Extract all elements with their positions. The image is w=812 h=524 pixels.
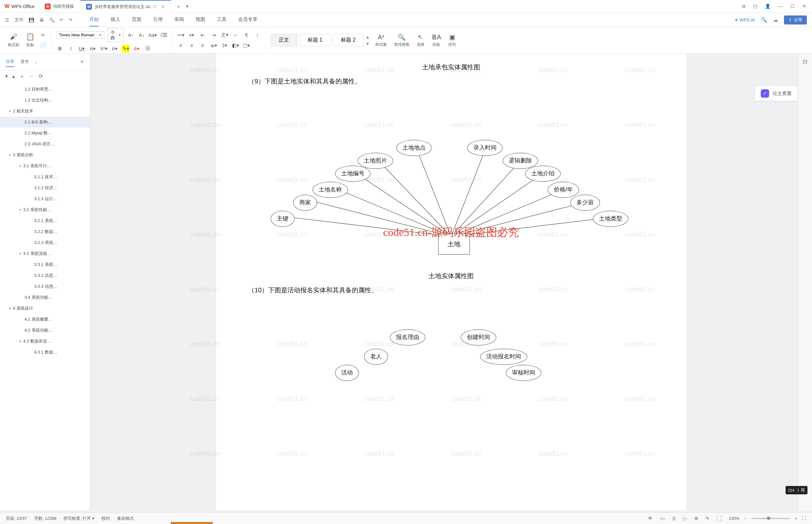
outline-item[interactable]: 4.1 系统概要…: [0, 314, 90, 325]
tab-pin-icon[interactable]: ⟳: [153, 4, 156, 9]
outline-item[interactable]: 3.2.1 系统…: [0, 215, 90, 226]
proof-status[interactable]: 校对: [101, 515, 110, 521]
italic-icon[interactable]: I: [67, 45, 75, 52]
outline-item[interactable]: 3.4 系统功能…: [0, 292, 90, 303]
fullscreen-icon[interactable]: ⛶: [802, 516, 806, 521]
zoom-out-icon[interactable]: －: [743, 515, 748, 521]
caret-icon[interactable]: ▾: [9, 307, 11, 311]
outline-item[interactable]: ▾4 系统设计: [0, 303, 90, 314]
outline-item[interactable]: 3.2.3 系统…: [0, 237, 90, 248]
decrease-font-icon[interactable]: A↓: [138, 31, 146, 39]
preview-icon[interactable]: 🔍: [49, 17, 54, 22]
format-painter-group[interactable]: 🖌 格式刷: [6, 33, 21, 48]
new-tab-button[interactable]: ＋: [171, 3, 186, 10]
outline-item[interactable]: ▾3.3 系统流程…: [0, 248, 90, 259]
wps-ai-button[interactable]: ✦ WPS AI: [734, 17, 755, 22]
select-button[interactable]: ↖选择: [417, 33, 424, 47]
hamburger-icon[interactable]: ☰: [5, 17, 9, 22]
zoom-slider[interactable]: [751, 518, 790, 519]
outline-item[interactable]: 1.3 论文结构…: [0, 95, 90, 106]
outline-item[interactable]: 4.3.1 数据…: [0, 347, 90, 358]
caret-icon[interactable]: ▾: [9, 153, 11, 157]
zoom-level[interactable]: 130%: [729, 516, 740, 521]
outline-down-icon[interactable]: ▾: [5, 73, 8, 80]
indent-icon[interactable]: ⇥: [210, 31, 217, 39]
outline-item[interactable]: 3.2.2 数据…: [0, 226, 90, 237]
align-right-icon[interactable]: ≡: [199, 42, 206, 49]
ime-indicator[interactable]: CH ☽ 简: [785, 486, 808, 494]
findrep-button[interactable]: 🔍查找替换: [394, 33, 410, 47]
outline-item[interactable]: ▾3 系统分析: [0, 149, 90, 161]
maximize-icon[interactable]: ☐: [791, 3, 795, 9]
underline-icon[interactable]: U▾: [78, 45, 86, 52]
outline-up-icon[interactable]: ▴: [12, 73, 15, 80]
strike-icon[interactable]: A▾: [89, 45, 97, 52]
ribbon-tab-page[interactable]: 页面: [132, 13, 142, 27]
plagiarism-check-button[interactable]: ✓ 论文查重: [755, 86, 798, 101]
outdent-icon[interactable]: ⇤: [199, 31, 206, 39]
caret-icon[interactable]: ▾: [9, 109, 11, 113]
outline-item[interactable]: ▾4.3 数据库设…: [0, 336, 90, 347]
outline-item[interactable]: ▾3.1 系统可行…: [0, 161, 90, 171]
eye-icon[interactable]: 👁: [648, 515, 653, 521]
highlight-icon[interactable]: ✎▾: [122, 45, 130, 52]
ribbon-tab-start[interactable]: 开始: [89, 13, 99, 27]
outline-item[interactable]: 3.3.2 信息…: [0, 270, 90, 281]
numbering-icon[interactable]: ≡▾: [188, 31, 196, 39]
caret-icon[interactable]: ▾: [19, 252, 21, 256]
arrange-button[interactable]: ≣A排版: [431, 33, 441, 47]
fit-width-icon[interactable]: ⛶: [717, 515, 722, 521]
outline-item[interactable]: 3.1.1 技术…: [0, 171, 90, 182]
caret-icon[interactable]: ▾: [19, 208, 21, 212]
tab-document[interactable]: W 乡村养老服务管理系统论文.do ⟳ ✕: [80, 0, 171, 13]
outline-item[interactable]: ▾3.2 系统性能…: [0, 204, 90, 215]
shading-icon[interactable]: ◧▾: [232, 42, 239, 49]
zoom-in-icon[interactable]: ＋: [794, 515, 798, 521]
window-expand-icon[interactable]: ⧉: [742, 3, 745, 9]
line-spacing-icon[interactable]: ‡▾: [221, 42, 229, 49]
superscript-icon[interactable]: X²▾: [100, 45, 107, 52]
clear-format-icon[interactable]: ⌫: [160, 31, 168, 39]
align-center-icon[interactable]: ≡: [188, 42, 196, 49]
outline-item[interactable]: 4.2 系统功能…: [0, 325, 90, 336]
justify-icon[interactable]: ≣▾: [210, 42, 217, 49]
document-canvas[interactable]: code51.cncode51.cncode51.cncode51.cncode…: [90, 53, 812, 510]
style-scroll-up-icon[interactable]: ▴: [366, 34, 369, 40]
ribbon-tab-view[interactable]: 视图: [196, 13, 205, 27]
redo-icon[interactable]: ↷: [69, 17, 72, 22]
text-effect-icon[interactable]: A▾: [111, 45, 119, 52]
file-menu[interactable]: 文件: [15, 17, 23, 23]
outline-item[interactable]: 2.2 Mysql 数…: [0, 128, 90, 138]
order-button[interactable]: ▣排列: [448, 33, 456, 47]
caret-icon[interactable]: ▾: [19, 164, 21, 168]
styles-button[interactable]: Aᵃ样式集: [376, 33, 387, 47]
copy-icon[interactable]: 📄: [39, 42, 47, 49]
tab-templates[interactable]: D 找稻壳模板: [39, 0, 80, 13]
web-layout-icon[interactable]: ⊕: [694, 515, 698, 521]
cut-icon[interactable]: ✂: [39, 31, 47, 39]
increase-font-icon[interactable]: A↑: [127, 31, 135, 39]
circled-char-icon[interactable]: Ⓐ: [144, 45, 151, 52]
font-name-select[interactable]: Times New Roman▾: [56, 31, 104, 39]
ribbon-tab-tools[interactable]: 工具: [217, 13, 227, 27]
change-case-icon[interactable]: Aa▾: [149, 31, 156, 39]
outline-add-icon[interactable]: ＋: [19, 73, 24, 80]
tab-menu-caret-icon[interactable]: ▾: [186, 3, 188, 9]
save-icon[interactable]: 💾: [29, 17, 34, 22]
align-left-icon[interactable]: ≡: [177, 42, 185, 49]
annotate-icon[interactable]: ✎: [705, 515, 710, 521]
outline-list[interactable]: 1.2 目的和意…1.3 论文结构…▾2 相关技术2.1 B/S 架构…2.2 …: [0, 82, 90, 510]
user-avatar-icon[interactable]: 👤: [765, 3, 770, 9]
outline-tab-chapters[interactable]: 章节: [21, 57, 29, 67]
close-window-icon[interactable]: ✕: [802, 3, 806, 9]
font-color-icon[interactable]: A▾: [133, 45, 140, 52]
paste-group[interactable]: 📋 粘贴: [24, 33, 36, 48]
tab-close-icon[interactable]: ✕: [161, 4, 165, 9]
search-icon[interactable]: 🔍: [761, 17, 767, 23]
ltr-icon[interactable]: ↔: [232, 31, 239, 39]
bullets-icon[interactable]: ≔▾: [177, 31, 185, 39]
outline-remove-icon[interactable]: －: [29, 73, 34, 80]
style-h1[interactable]: 标题 1: [300, 34, 330, 46]
print-icon[interactable]: 🖶: [39, 17, 44, 22]
outline-item[interactable]: 3.1.3 运行…: [0, 193, 90, 204]
